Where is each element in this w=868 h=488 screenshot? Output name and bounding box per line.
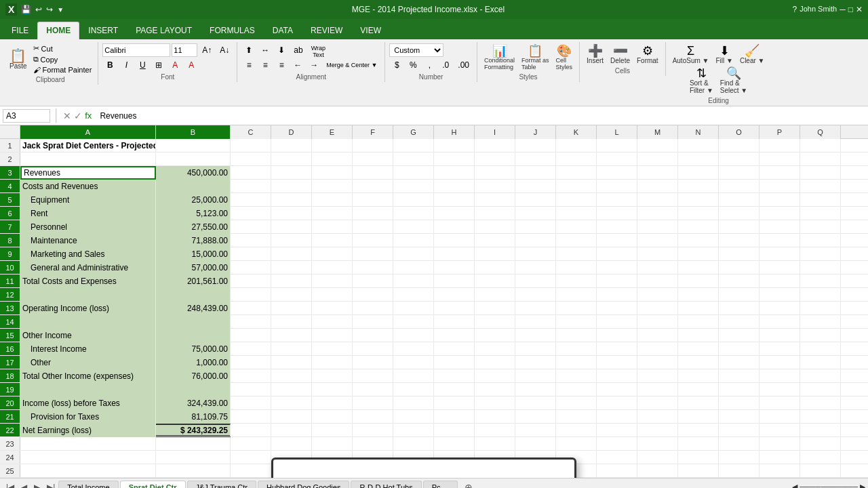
cell[interactable]: [760, 315, 800, 329]
row-number[interactable]: 5: [0, 193, 20, 206]
cell[interactable]: [637, 207, 678, 220]
paste-button[interactable]: 📋 Paste: [7, 47, 30, 71]
cell[interactable]: [597, 234, 637, 247]
cell[interactable]: Interest Income: [20, 342, 156, 356]
cell[interactable]: [678, 274, 719, 288]
cell[interactable]: [434, 302, 475, 315]
cell[interactable]: [719, 437, 760, 451]
autosum-button[interactable]: Σ AutoSum ▼: [670, 43, 712, 66]
cell[interactable]: $ 243,329.25: [156, 424, 231, 437]
cell[interactable]: [719, 342, 760, 356]
cell[interactable]: [556, 437, 597, 451]
cell[interactable]: [271, 247, 312, 261]
cell[interactable]: 5,123.00: [156, 207, 231, 220]
cell[interactable]: [597, 247, 637, 261]
cell[interactable]: [597, 274, 637, 288]
row-number[interactable]: 4: [0, 180, 20, 192]
cell[interactable]: [271, 220, 312, 234]
cell[interactable]: [475, 437, 515, 451]
cell[interactable]: [156, 451, 231, 464]
align-center-btn[interactable]: ≡: [258, 58, 273, 72]
col-header-l[interactable]: L: [597, 125, 637, 139]
cell[interactable]: [515, 139, 556, 152]
cell[interactable]: [434, 342, 475, 356]
insert-button[interactable]: ➕ Insert: [584, 43, 606, 66]
wrap-text-btn[interactable]: WrapText: [308, 43, 329, 57]
cell[interactable]: [556, 315, 597, 329]
row-number[interactable]: 9: [0, 247, 20, 260]
cell[interactable]: [597, 437, 637, 451]
cell[interactable]: [637, 437, 678, 451]
cell[interactable]: [597, 193, 637, 207]
align-middle-btn[interactable]: ↔: [258, 43, 273, 57]
cell[interactable]: [760, 424, 800, 437]
cell[interactable]: [556, 139, 597, 152]
cell[interactable]: [312, 342, 353, 356]
cell[interactable]: [353, 437, 393, 451]
cell[interactable]: [800, 152, 841, 166]
tab-page-layout[interactable]: PAGE LAYOUT: [127, 22, 201, 39]
cell[interactable]: [312, 369, 353, 383]
row-number[interactable]: 13: [0, 302, 20, 314]
cell[interactable]: [353, 342, 393, 356]
cell[interactable]: [271, 207, 312, 220]
row-number[interactable]: 24: [0, 451, 20, 464]
cell[interactable]: [678, 451, 719, 464]
cell[interactable]: [231, 152, 271, 166]
cell[interactable]: [637, 180, 678, 193]
cell[interactable]: [800, 234, 841, 247]
row-number[interactable]: 18: [0, 369, 20, 382]
cell[interactable]: [434, 396, 475, 410]
cell[interactable]: [760, 261, 800, 274]
cell[interactable]: [597, 166, 637, 180]
cell[interactable]: [800, 315, 841, 329]
cell[interactable]: [156, 383, 231, 396]
cell[interactable]: [800, 139, 841, 152]
cell[interactable]: [312, 247, 353, 261]
cell[interactable]: [434, 288, 475, 302]
cell[interactable]: [719, 424, 760, 437]
cell[interactable]: [434, 410, 475, 424]
cell[interactable]: [719, 247, 760, 261]
cell[interactable]: [271, 193, 312, 207]
cell[interactable]: [719, 383, 760, 396]
cell[interactable]: [597, 383, 637, 396]
cell[interactable]: Provision for Taxes: [20, 410, 156, 424]
tab-next-btn[interactable]: ▶: [31, 481, 43, 489]
cell[interactable]: [393, 247, 434, 261]
cell[interactable]: [475, 369, 515, 383]
quick-save-icon[interactable]: 💾: [21, 5, 31, 14]
cell[interactable]: [156, 152, 231, 166]
row-number[interactable]: 23: [0, 437, 20, 450]
cell[interactable]: [231, 302, 271, 315]
cell[interactable]: [353, 220, 393, 234]
row-number[interactable]: 12: [0, 288, 20, 301]
cell[interactable]: [231, 369, 271, 383]
cell[interactable]: [597, 220, 637, 234]
row-number[interactable]: 1: [0, 139, 20, 152]
sort-filter-button[interactable]: ⇅ Sort &Filter ▼: [687, 66, 716, 96]
cell[interactable]: [800, 193, 841, 207]
cell[interactable]: [800, 329, 841, 342]
row-number[interactable]: 8: [0, 234, 20, 247]
cell[interactable]: [156, 329, 231, 342]
cell[interactable]: [20, 288, 156, 302]
cell[interactable]: [719, 261, 760, 274]
cell[interactable]: [271, 274, 312, 288]
cell[interactable]: [156, 180, 231, 193]
cell[interactable]: [719, 139, 760, 152]
cell[interactable]: [719, 369, 760, 383]
cell[interactable]: [312, 234, 353, 247]
cell[interactable]: [434, 315, 475, 329]
cell[interactable]: [271, 369, 312, 383]
cell[interactable]: [271, 288, 312, 302]
cell[interactable]: [597, 451, 637, 464]
cell[interactable]: Rent: [20, 207, 156, 220]
cell[interactable]: [678, 437, 719, 451]
cell[interactable]: [719, 166, 760, 180]
orientation-btn[interactable]: ab: [290, 43, 306, 57]
cell[interactable]: [719, 220, 760, 234]
cell[interactable]: [312, 356, 353, 369]
row-number[interactable]: 3: [0, 166, 20, 179]
cell[interactable]: [556, 207, 597, 220]
